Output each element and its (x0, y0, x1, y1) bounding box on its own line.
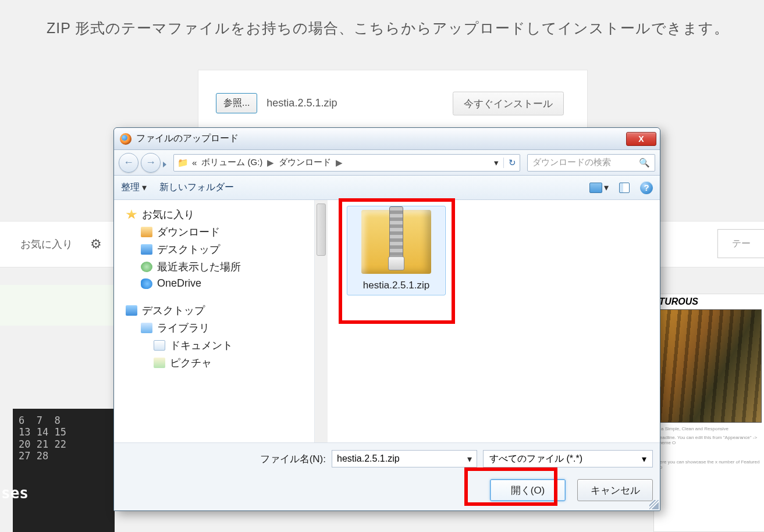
tree-label: OneDrive (157, 277, 201, 290)
address-dropdown-icon[interactable]: ▾ (492, 158, 501, 168)
file-list-area[interactable]: hestia.2.5.1.zip (315, 200, 660, 442)
recent-icon (141, 262, 152, 272)
refresh-button[interactable]: ↻ (503, 158, 516, 168)
resize-grip[interactable] (649, 500, 659, 509)
close-button[interactable]: X (626, 132, 656, 146)
picture-icon (154, 358, 165, 368)
tree-favorites[interactable]: お気に入り (126, 206, 310, 223)
theme-tile-title: ITUROUS (656, 297, 762, 307)
zip-file-icon (361, 210, 431, 274)
folder-icon: 📁 (177, 158, 189, 168)
dialog-titlebar[interactable]: ファイルのアップロード X (114, 128, 660, 150)
browse-button[interactable]: 参照... (216, 93, 257, 113)
organize-label: 整理 (121, 181, 140, 194)
tree-library[interactable]: ライブラリ (126, 319, 310, 337)
tree-label: ダウンロード (157, 225, 220, 239)
desktop-icon (141, 244, 152, 255)
search-input[interactable]: ダウンロードの検索 🔍 (527, 154, 655, 172)
search-placeholder: ダウンロードの検索 (532, 157, 611, 168)
file-item-hestia-zip[interactable]: hestia.2.5.1.zip (347, 206, 446, 295)
close-icon: X (638, 134, 644, 144)
theme-tile-adventurous[interactable]: ITUROUS is a Simple, Clean and Responsiv… (653, 294, 764, 532)
tree-desktop-group[interactable]: デスクトップ (126, 302, 310, 319)
filetype-label: すべてのファイル (*.*) (489, 453, 582, 465)
nav-forward-button[interactable]: → (141, 153, 161, 173)
theme-tile-line2: Headline. You can edit this from "Appear… (656, 435, 762, 445)
dialog-body: お気に入り ダウンロード デスクトップ 最近表示した場所 OneDrive デス… (114, 200, 660, 442)
upload-instruction: ZIP 形式のテーマファイルをお持ちの場合、こちらからアップロードしてインストー… (47, 19, 729, 38)
vertical-scrollbar[interactable] (315, 200, 328, 442)
selected-file-name: hestia.2.5.1.zip (266, 97, 337, 109)
tree-label: デスクトップ (157, 242, 220, 256)
tiger-image (656, 309, 762, 423)
install-now-button[interactable]: 今すぐインストール (453, 91, 564, 115)
tree-label: ピクチャ (170, 356, 212, 370)
cancel-button[interactable]: キャンセル (577, 479, 653, 501)
success-band (0, 285, 116, 326)
preview-pane-button[interactable] (619, 183, 630, 193)
theme-tile-line3: Here you can showcase the x number of Fe… (656, 459, 762, 470)
view-icon (589, 183, 602, 193)
tree-downloads[interactable]: ダウンロード (126, 223, 310, 241)
breadcrumb-part2[interactable]: ダウンロード (279, 157, 331, 168)
library-icon (141, 323, 152, 333)
tree-pictures[interactable]: ピクチャ (126, 354, 310, 372)
theme-tile-dark-title: ses (1, 484, 29, 502)
nav-back-button[interactable]: ← (119, 153, 138, 173)
download-folder-icon (141, 227, 152, 237)
chevron-down-icon: ▾ (604, 182, 609, 193)
address-bar[interactable]: 📁 « ボリューム (G:) ▶ ダウンロード ▶ ▾ ↻ (173, 154, 520, 172)
onedrive-icon (141, 279, 152, 289)
tree-desktop[interactable]: デスクトップ (126, 241, 310, 258)
tree-onedrive[interactable]: OneDrive (126, 276, 310, 291)
view-mode-button[interactable]: ▾ (589, 182, 609, 193)
nav-tree: お気に入り ダウンロード デスクトップ 最近表示した場所 OneDrive デス… (114, 200, 315, 442)
dialog-toolbar: 整理 ▾ 新しいフォルダー ▾ ? (114, 176, 660, 200)
tree-label: ドキュメント (170, 338, 233, 352)
filetype-select[interactable]: すべてのファイル (*.*) ▾ (483, 450, 653, 467)
new-folder-button[interactable]: 新しいフォルダー (159, 181, 234, 194)
breadcrumb-separator-icon: ▶ (336, 158, 343, 168)
filter-favorites-label: お気に入り (20, 237, 73, 251)
document-icon (154, 340, 165, 351)
upload-box: 参照... hestia.2.5.1.zip 今すぐインストール (198, 70, 588, 137)
chevron-down-icon: ▾ (142, 182, 147, 193)
breadcrumb-prefix: « (192, 158, 197, 167)
theme-tile-line1: is a Simple, Clean and Responsive (656, 426, 762, 431)
breadcrumb-separator-icon: ▶ (267, 158, 274, 168)
right-tab-truncated: テー (717, 229, 764, 258)
help-button[interactable]: ? (640, 181, 653, 194)
file-upload-dialog: ファイルのアップロード X ← → 📁 « ボリューム (G:) ▶ ダウンロー… (113, 127, 660, 511)
tree-documents[interactable]: ドキュメント (126, 337, 310, 354)
breadcrumb-part1[interactable]: ボリューム (G:) (201, 157, 262, 168)
firefox-icon (120, 133, 132, 145)
gear-icon[interactable]: ⚙ (90, 237, 102, 252)
filename-value: hestia.2.5.1.zip (337, 454, 400, 464)
open-button[interactable]: 開く(O) (490, 479, 566, 501)
theme-tile-dark[interactable]: 6 7 8 13 14 15 20 21 22 27 28 ses (13, 409, 115, 532)
dialog-nav-row: ← → 📁 « ボリューム (G:) ▶ ダウンロード ▶ ▾ ↻ ダウンロード… (114, 150, 660, 176)
star-icon (126, 209, 137, 220)
tree-label: 最近表示した場所 (157, 260, 241, 274)
chevron-down-icon: ▾ (642, 454, 646, 465)
scrollbar-thumb[interactable] (317, 203, 326, 256)
organize-menu[interactable]: 整理 ▾ (121, 181, 147, 194)
search-icon: 🔍 (639, 158, 650, 168)
filename-label: ファイル名(N): (260, 452, 326, 466)
dialog-footer: ファイル名(N): hestia.2.5.1.zip ▾ すべてのファイル (*… (114, 443, 660, 510)
desktop-icon (126, 305, 137, 316)
tree-recent[interactable]: 最近表示した場所 (126, 258, 310, 276)
tree-label: デスクトップ (142, 304, 205, 317)
theme-tile-dark-numbers: 6 7 8 13 14 15 20 21 22 27 28 (19, 415, 109, 462)
tree-label: お気に入り (142, 208, 194, 222)
chevron-down-icon[interactable]: ▾ (467, 454, 472, 465)
file-item-label: hestia.2.5.1.zip (363, 280, 429, 291)
filename-input[interactable]: hestia.2.5.1.zip ▾ (332, 450, 477, 467)
tree-label: ライブラリ (157, 321, 209, 335)
dialog-title: ファイルのアップロード (136, 133, 239, 145)
